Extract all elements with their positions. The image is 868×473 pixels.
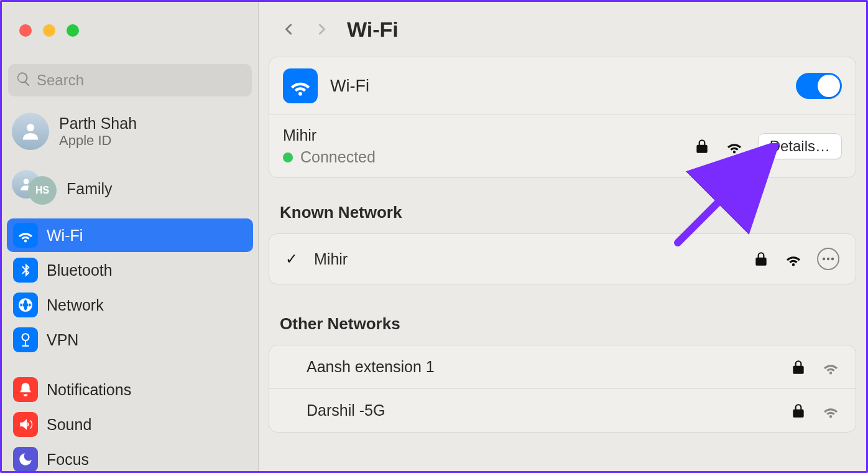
sidebar-item-label: VPN xyxy=(47,331,78,349)
sidebar-item-vpn[interactable]: VPN xyxy=(7,323,253,357)
avatar xyxy=(12,113,49,150)
svg-point-7 xyxy=(831,258,834,260)
wifi-status-card: Wi-Fi Mihir Connected xyxy=(269,57,856,178)
sidebar-item-label: Bluetooth xyxy=(47,261,113,279)
search-input[interactable] xyxy=(37,72,244,89)
lock-icon xyxy=(693,138,711,155)
other-network-row[interactable]: Darshil -5G xyxy=(269,388,856,432)
sidebar-item-label: Focus xyxy=(47,451,89,469)
close-window-button[interactable] xyxy=(19,24,32,37)
bell-icon xyxy=(13,377,38,402)
known-networks-card: ✓ Mihir xyxy=(269,233,856,284)
wifi-toggle[interactable] xyxy=(796,73,842,99)
family-label: Family xyxy=(67,180,113,198)
checkmark-icon: ✓ xyxy=(285,250,303,268)
wifi-signal-icon xyxy=(822,358,839,376)
sidebar-nav: Wi-Fi Bluetooth Network VPN xyxy=(7,218,253,473)
svg-point-6 xyxy=(827,258,829,260)
known-network-row[interactable]: ✓ Mihir xyxy=(269,234,856,284)
lock-icon xyxy=(790,358,807,376)
more-options-button[interactable] xyxy=(817,248,839,270)
content-header: Wi-Fi xyxy=(259,2,866,57)
known-network-ssid: Mihir xyxy=(314,250,348,268)
sidebar-item-label: Wi-Fi xyxy=(47,227,83,245)
sidebar-item-label: Sound xyxy=(47,416,91,434)
account-sub: Apple ID xyxy=(59,133,137,149)
status-dot-icon xyxy=(283,152,293,162)
svg-point-5 xyxy=(823,258,825,260)
details-button[interactable]: Details… xyxy=(758,133,842,159)
lock-icon xyxy=(752,250,770,268)
other-network-ssid: Darshil -5G xyxy=(307,401,385,419)
globe-icon xyxy=(13,293,38,317)
sidebar-item-bluetooth[interactable]: Bluetooth xyxy=(7,253,253,287)
connected-ssid: Mihir xyxy=(283,126,376,144)
sidebar-item-label: Notifications xyxy=(47,381,131,399)
other-network-ssid: Aansh extension 1 xyxy=(307,358,435,376)
sound-icon xyxy=(13,412,38,437)
sidebar-item-focus[interactable]: Focus xyxy=(7,443,253,473)
search-field[interactable] xyxy=(8,64,252,96)
back-button[interactable] xyxy=(282,22,296,36)
moon-icon xyxy=(13,447,38,472)
family-avatar-2: HS xyxy=(28,176,57,205)
sidebar-item-notifications[interactable]: Notifications xyxy=(7,373,253,406)
search-icon xyxy=(16,71,32,90)
wifi-icon xyxy=(13,223,38,248)
wifi-label: Wi-Fi xyxy=(330,77,369,96)
vpn-icon xyxy=(13,327,38,352)
sidebar-account[interactable]: Parth Shah Apple ID xyxy=(12,113,248,150)
account-name: Parth Shah xyxy=(59,115,137,133)
fullscreen-window-button[interactable] xyxy=(67,24,79,37)
wifi-signal-icon xyxy=(785,250,802,268)
svg-point-2 xyxy=(22,334,29,340)
wifi-icon xyxy=(283,68,318,103)
svg-point-1 xyxy=(24,179,29,184)
known-networks-title: Known Network xyxy=(280,203,856,222)
bluetooth-icon xyxy=(13,258,38,283)
sidebar-item-wifi[interactable]: Wi-Fi xyxy=(7,218,253,252)
sidebar-item-network[interactable]: Network xyxy=(7,288,253,322)
sidebar-item-label: Network xyxy=(47,296,104,314)
lock-icon xyxy=(790,402,807,419)
other-networks-title: Other Networks xyxy=(280,314,856,334)
window-controls xyxy=(19,24,79,37)
forward-button[interactable] xyxy=(315,22,328,36)
sidebar-item-sound[interactable]: Sound xyxy=(7,408,253,441)
svg-point-0 xyxy=(27,124,34,131)
wifi-signal-icon xyxy=(822,402,839,419)
sidebar: Parth Shah Apple ID HS Family Wi-Fi xyxy=(2,2,259,471)
page-title: Wi-Fi xyxy=(347,17,399,42)
connection-status: Connected xyxy=(300,148,376,166)
sidebar-family[interactable]: HS Family xyxy=(12,170,248,207)
minimize-window-button[interactable] xyxy=(43,24,55,37)
other-network-row[interactable]: Aansh extension 1 xyxy=(269,345,856,388)
content-pane: Wi-Fi Wi-Fi Mihir Connected xyxy=(259,2,866,471)
other-networks-card: Aansh extension 1 Darshil -5G xyxy=(269,345,856,433)
wifi-signal-icon xyxy=(726,138,743,155)
